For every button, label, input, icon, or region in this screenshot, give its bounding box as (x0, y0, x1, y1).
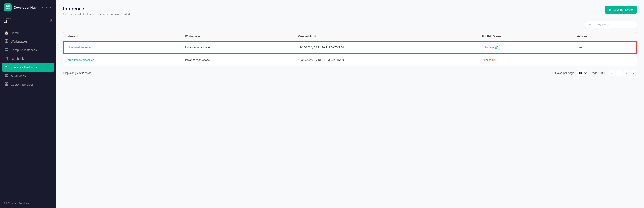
sidebar-item-home[interactable]: 🏠 Home (0, 29, 56, 37)
page-title: Inference (63, 6, 130, 12)
svg-rect-4 (5, 39, 6, 41)
actions-menu-button-1[interactable]: ··· (577, 45, 584, 50)
table-header: Name ⇅ Workspace ⇅ Created At ⇅ Publish … (63, 32, 637, 41)
search-input[interactable] (585, 21, 637, 28)
inference-link-2[interactable]: prod-image-classifier (68, 58, 94, 61)
cell-name: prod-image-classifier (63, 54, 181, 66)
svg-rect-6 (5, 41, 6, 42)
last-page-button[interactable]: » (630, 70, 637, 76)
sidebar-item-label: Notebooks (11, 57, 25, 60)
external-link-icon (495, 46, 498, 49)
col-publish-status: Publish Status (478, 32, 573, 41)
showing-count: 2 (77, 71, 78, 75)
svg-rect-5 (6, 39, 8, 41)
cell-created-at: 12/20/2024, 06:22:26 PM GMT+5:30 (294, 41, 478, 54)
svg-rect-17 (6, 83, 8, 84)
page-subtitle: Here is the list of Inference services y… (63, 12, 130, 16)
sidebar-item-label: Inference Endpoints (11, 66, 38, 69)
project-info: PROJECT a3 (4, 17, 15, 23)
sidebar-logo: Developer Hub (4, 3, 37, 11)
project-name: a3 (4, 20, 15, 23)
sidebar-item-custom-services[interactable]: Custom Services (0, 80, 56, 89)
svg-rect-1 (8, 5, 10, 7)
page-title-section: Inference Here is the list of Inference … (63, 6, 130, 16)
sidebar-item-compute-instances[interactable]: Compute Instances (0, 46, 56, 54)
table-row: cloud-ml-inference instance-workspace 12… (63, 41, 637, 54)
sidebar-item-aiml-jobs[interactable]: AI/ML Jobs (0, 72, 56, 80)
svg-rect-19 (6, 84, 8, 86)
cell-status: Success (478, 41, 573, 54)
page-nav: « ‹ › » (608, 70, 637, 76)
svg-rect-2 (6, 7, 8, 9)
home-icon: 🏠 (4, 31, 8, 35)
page-header: Inference Here is the list of Inference … (63, 6, 637, 16)
sort-workspace-icon: ⇅ (202, 35, 204, 38)
project-label: PROJECT (4, 17, 15, 20)
sort-created-icon: ⇅ (314, 35, 316, 38)
rows-per-page: Rows per page 10 25 50 (555, 70, 587, 76)
sort-name-icon: ⇅ (77, 35, 79, 38)
sidebar-header: Developer Hub ⋮⋮⋮ (0, 0, 56, 15)
total-count: 2 (82, 71, 84, 75)
inference-link-1[interactable]: cloud-ml-inference (68, 46, 91, 49)
first-page-button[interactable]: « (608, 70, 615, 76)
swap-icon[interactable]: ⇄ (50, 18, 52, 22)
prev-page-button[interactable]: ‹ (616, 70, 622, 76)
table-row: prod-image-classifier instance-workspace… (63, 54, 637, 66)
status-badge-failed: Failed (482, 58, 497, 62)
col-name[interactable]: Name ⇅ (63, 32, 181, 41)
svg-rect-16 (5, 83, 6, 84)
svg-rect-0 (6, 5, 8, 7)
sidebar-item-workspaces[interactable]: Workspaces (0, 37, 56, 46)
sidebar: Developer Hub ⋮⋮⋮ PROJECT a3 ⇄ 🏠 Home Wo… (0, 0, 56, 208)
inference-icon (4, 65, 8, 69)
notebook-icon (4, 56, 8, 61)
table-footer: Displaying 2 of 2 row(s) Rows per page 1… (63, 66, 637, 80)
svg-rect-3 (8, 7, 10, 9)
workspaces-icon (4, 39, 8, 44)
new-inference-button[interactable]: ⊕ New Inference (605, 6, 637, 14)
main-content: Inference Here is the list of Inference … (56, 0, 644, 208)
svg-point-10 (5, 50, 6, 50)
app-name: Developer Hub (14, 5, 37, 9)
cell-status: Failed (478, 54, 573, 66)
new-inference-label: New Inference (613, 8, 633, 12)
rows-per-page-select[interactable]: 10 25 50 (576, 70, 588, 76)
custom-services-icon (4, 82, 8, 87)
grid-icon[interactable]: ⋮⋮⋮ (40, 5, 52, 10)
logo-icon (4, 3, 12, 11)
custom-services-footer: 88 Custom Services (0, 199, 56, 208)
sidebar-item-notebooks[interactable]: Notebooks (0, 54, 56, 63)
cell-created-at: 12/20/2024, 06:13:24 PM GMT+5:30 (294, 54, 478, 66)
cell-workspace: instance-workspace (181, 54, 294, 66)
cell-actions: ··· (573, 54, 637, 66)
svg-rect-18 (5, 84, 6, 86)
custom-services-count: 88 Custom Services (4, 202, 29, 205)
sidebar-item-label: Workspaces (11, 40, 28, 43)
col-created-at[interactable]: Created At ⇅ (294, 32, 478, 41)
inference-table: Name ⇅ Workspace ⇅ Created At ⇅ Publish … (63, 32, 637, 66)
sidebar-item-label: Compute Instances (11, 48, 37, 52)
page-info: Page 1 of 1 (591, 71, 605, 75)
table-body: cloud-ml-inference instance-workspace 12… (63, 41, 637, 66)
display-info: Displaying 2 of 2 row(s) (63, 71, 92, 75)
sidebar-item-label: AI/ML Jobs (11, 74, 26, 78)
cell-name: cloud-ml-inference (63, 41, 181, 54)
sidebar-item-label: Custom Services (11, 83, 34, 86)
sidebar-item-inference-endpoints[interactable]: Inference Endpoints (2, 63, 54, 72)
aiml-icon (4, 74, 8, 78)
col-workspace[interactable]: Workspace ⇅ (181, 32, 294, 41)
next-page-button[interactable]: › (623, 70, 630, 76)
search-row (63, 21, 637, 28)
table-container: Name ⇅ Workspace ⇅ Created At ⇅ Publish … (63, 31, 637, 66)
svg-rect-8 (5, 48, 8, 51)
status-badge-success: Success (482, 45, 500, 50)
external-link-icon (492, 59, 495, 61)
actions-menu-button-2[interactable]: ··· (577, 57, 584, 63)
svg-rect-7 (6, 41, 8, 42)
pagination-right: Rows per page 10 25 50 Page 1 of 1 « ‹ ›… (555, 70, 637, 76)
cell-workspace: instance-workspace (181, 41, 294, 54)
col-actions: Actions (573, 32, 637, 41)
rows-per-page-label: Rows per page (555, 71, 574, 75)
project-section: PROJECT a3 ⇄ (0, 15, 56, 26)
